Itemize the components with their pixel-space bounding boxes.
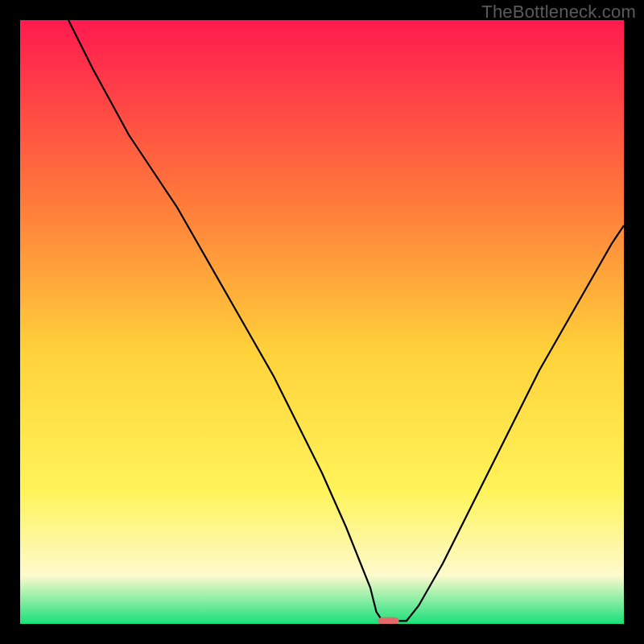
optimum-marker	[378, 617, 398, 624]
watermark-text: TheBottleneck.com	[481, 2, 636, 23]
gradient-background	[20, 20, 624, 624]
plot-area	[20, 20, 624, 624]
plot-svg	[20, 20, 624, 624]
chart-frame: TheBottleneck.com	[0, 0, 644, 644]
